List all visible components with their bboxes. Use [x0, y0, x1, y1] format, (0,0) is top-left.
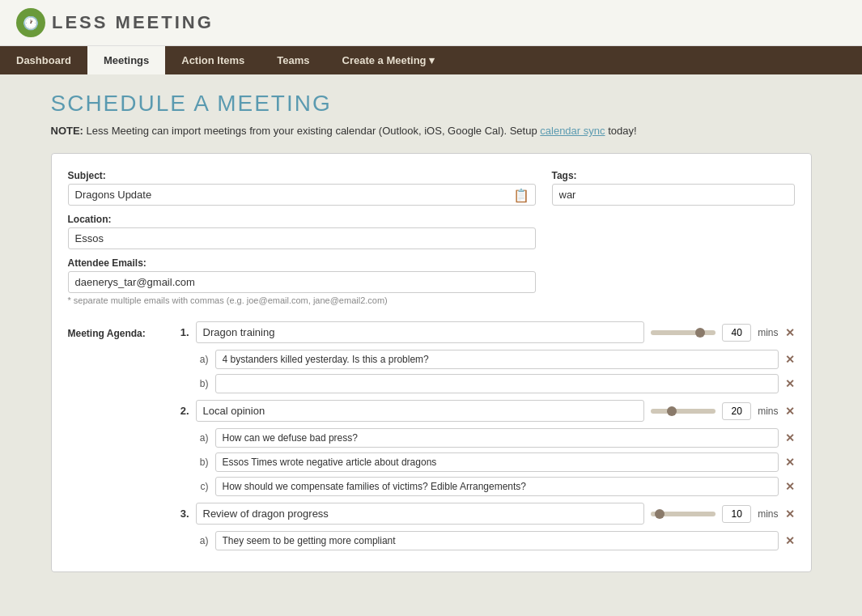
location-label: Location:	[68, 214, 536, 225]
logo-icon: 🕐	[16, 8, 45, 37]
nav-meetings[interactable]: Meetings	[87, 46, 165, 74]
sub-input-1b[interactable]	[215, 374, 779, 393]
mins-input-1[interactable]	[722, 324, 751, 342]
remove-sub-2b[interactable]: ✕	[785, 456, 795, 469]
sub-label-1b: b)	[196, 378, 209, 389]
calendar-icon[interactable]: 📋	[513, 187, 529, 202]
top-bar: 🕐 LESS MEETING	[0, 0, 862, 46]
agenda-item-1: 1. mins ✕	[173, 321, 795, 343]
sub-input-1a[interactable]	[215, 350, 779, 369]
sub-item-3a: a) ✕	[196, 531, 795, 550]
slider-track-1[interactable]	[651, 330, 716, 335]
agenda-section: Meeting Agenda: 1. mins ✕	[68, 321, 795, 555]
location-input[interactable]	[68, 227, 536, 249]
remove-item-3[interactable]: ✕	[785, 508, 795, 520]
calendar-sync-link[interactable]: calendar sync	[540, 125, 605, 137]
form-right: Tags:	[552, 170, 795, 305]
sub-input-3a[interactable]	[215, 531, 779, 550]
agenda-input-3[interactable]	[196, 503, 645, 525]
tags-input[interactable]	[552, 184, 795, 206]
remove-sub-2c[interactable]: ✕	[785, 480, 795, 493]
remove-sub-3a[interactable]: ✕	[785, 534, 795, 547]
sub-item-2b: b) ✕	[196, 452, 795, 472]
subject-label: Subject:	[68, 170, 536, 181]
agenda-items: 1. mins ✕ a) ✕	[173, 321, 795, 555]
sub-label-1a: a)	[196, 354, 209, 365]
slider-1	[651, 330, 716, 335]
sub-label-2c: c)	[196, 481, 209, 492]
note-suffix: today!	[608, 125, 636, 137]
sub-item-1b: b) ✕	[196, 374, 795, 393]
remove-sub-1b[interactable]: ✕	[785, 377, 795, 390]
sub-input-2c[interactable]	[215, 477, 779, 496]
subject-wrapper: 📋	[68, 184, 536, 206]
mins-label-3: mins	[758, 508, 778, 520]
tags-label: Tags:	[552, 170, 795, 181]
form-main-row: Subject: 📋 Location: Attendee Emails: * …	[68, 170, 795, 305]
form-left: Subject: 📋 Location: Attendee Emails: * …	[68, 170, 536, 305]
agenda-item-3: 3. mins ✕	[173, 503, 795, 525]
sub-item-2a: a) ✕	[196, 428, 795, 448]
agenda-label: Meeting Agenda:	[68, 321, 165, 339]
remove-sub-2a[interactable]: ✕	[785, 431, 795, 444]
nav-bar: Dashboard Meetings Action Items Teams Cr…	[0, 46, 862, 74]
remove-item-1[interactable]: ✕	[785, 326, 795, 339]
nav-dashboard[interactable]: Dashboard	[0, 46, 87, 74]
sub-label-2a: a)	[196, 432, 209, 444]
email-hint: * separate multiple emails with commas (…	[68, 295, 536, 305]
attendee-input[interactable]	[68, 271, 536, 293]
slider-thumb-2[interactable]	[667, 406, 677, 416]
mins-label-1: mins	[758, 327, 778, 338]
remove-item-2[interactable]: ✕	[785, 405, 795, 418]
slider-3	[651, 512, 716, 516]
sub-input-2b[interactable]	[215, 452, 779, 472]
slider-2	[651, 409, 716, 414]
mins-label-2: mins	[758, 406, 778, 417]
agenda-num-1: 1.	[173, 326, 189, 338]
form-card: Subject: 📋 Location: Attendee Emails: * …	[51, 153, 812, 572]
remove-sub-1a[interactable]: ✕	[785, 353, 795, 366]
nav-action-items[interactable]: Action Items	[165, 46, 261, 74]
note-prefix: NOTE:	[51, 125, 83, 137]
agenda-input-2[interactable]	[196, 400, 645, 422]
sub-item-2c: c) ✕	[196, 477, 795, 496]
slider-thumb-1[interactable]	[695, 328, 705, 338]
logo: 🕐 LESS MEETING	[16, 8, 214, 37]
main-content: SCHEDULE A MEETING NOTE: Less Meeting ca…	[27, 74, 836, 588]
mins-input-3[interactable]	[722, 505, 751, 523]
logo-text: LESS MEETING	[52, 12, 214, 33]
page-title: SCHEDULE A MEETING	[51, 91, 812, 117]
agenda-num-3: 3.	[173, 508, 189, 520]
sub-label-3a: a)	[196, 535, 209, 546]
slider-track-3[interactable]	[651, 512, 716, 516]
nav-create-meeting[interactable]: Create a Meeting ▾	[326, 46, 452, 74]
agenda-item-2: 2. mins ✕	[173, 400, 795, 422]
sub-input-2a[interactable]	[215, 428, 779, 448]
attendee-label: Attendee Emails:	[68, 257, 536, 269]
sub-item-1a: a) ✕	[196, 350, 795, 369]
agenda-input-1[interactable]	[196, 321, 645, 343]
nav-teams[interactable]: Teams	[261, 46, 325, 74]
note-text: Less Meeting can import meetings from yo…	[87, 125, 541, 137]
mins-input-2[interactable]	[722, 402, 751, 420]
slider-track-2[interactable]	[651, 409, 716, 414]
note-bar: NOTE: Less Meeting can import meetings f…	[51, 125, 812, 137]
slider-thumb-3[interactable]	[655, 509, 665, 519]
sub-label-2b: b)	[196, 457, 209, 468]
agenda-num-2: 2.	[173, 405, 189, 417]
subject-input[interactable]	[68, 184, 536, 206]
